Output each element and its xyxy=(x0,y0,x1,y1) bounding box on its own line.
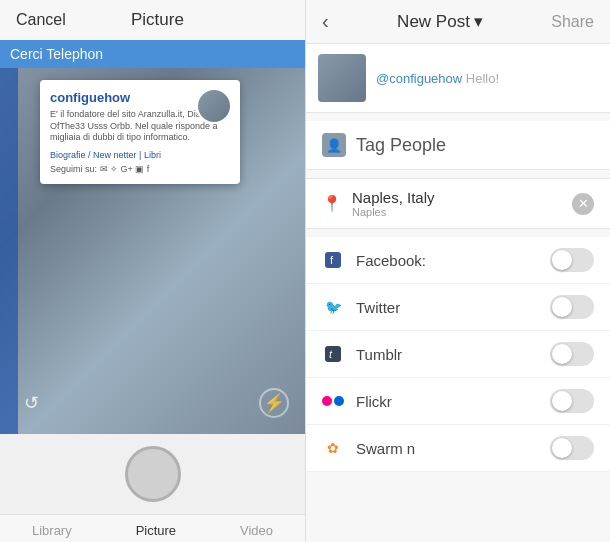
social-item-twitter: 🐦 Twitter xyxy=(306,284,610,331)
location-clear-button[interactable]: ✕ xyxy=(572,193,594,215)
tumblr-icon: t xyxy=(322,343,344,365)
search-text: Cerci Telephon xyxy=(10,46,103,62)
post-caption-hello: Hello! xyxy=(466,71,499,86)
location-row[interactable]: 📍 Naples, Italy Naples ✕ xyxy=(306,178,610,229)
twitter-label: Twitter xyxy=(356,299,538,316)
tag-people-label: Tag People xyxy=(356,135,446,156)
flickr-dot-pink xyxy=(322,396,332,406)
shutter-button[interactable] xyxy=(125,446,181,502)
side-banner xyxy=(0,68,18,434)
photo-preview: Cerci Telephon configuehow E' il fondato… xyxy=(0,40,305,434)
right-header: ‹ New Post ▾ Share xyxy=(306,0,610,44)
right-panel: ‹ New Post ▾ Share @configuehow Hello! 👤… xyxy=(305,0,610,542)
tab-video[interactable]: Video xyxy=(240,523,273,538)
share-button[interactable]: Share xyxy=(551,13,594,31)
flash-icon[interactable]: ⚡ xyxy=(259,388,289,418)
swarm-toggle[interactable] xyxy=(550,436,594,460)
header-title-text: New Post xyxy=(397,12,470,32)
post-caption: @configuehow Hello! xyxy=(376,71,499,86)
post-preview: @configuehow Hello! xyxy=(306,44,610,113)
location-pin-icon: 📍 xyxy=(322,194,342,213)
camera-controls xyxy=(0,434,305,514)
twitter-icon: 🐦 xyxy=(322,296,344,318)
tag-people-section: 👤 Tag People xyxy=(306,121,610,170)
blog-card-social: Seguimi su: ✉ ✧ G+ ▣ f xyxy=(50,164,230,174)
swarm-icon: ✿ xyxy=(322,437,344,459)
blog-card: configuehow E' il fondatore del sito Ara… xyxy=(40,80,240,184)
svg-rect-3 xyxy=(325,346,341,362)
blog-card-avatar xyxy=(196,88,232,124)
location-main: Naples, Italy xyxy=(352,189,562,206)
facebook-label: Facebook: xyxy=(356,252,538,269)
bottom-tabs: Library Picture Video xyxy=(0,514,305,542)
location-sub: Naples xyxy=(352,206,562,218)
location-text: Naples, Italy Naples xyxy=(352,189,562,218)
flickr-dot-blue xyxy=(334,396,344,406)
post-thumbnail xyxy=(318,54,366,102)
tumblr-toggle[interactable] xyxy=(550,342,594,366)
tag-person-icon: 👤 xyxy=(322,133,346,157)
blog-card-links: Biografie / New netter | Libri xyxy=(50,150,230,160)
social-item-swarm: ✿ Swarm n xyxy=(306,425,610,472)
facebook-toggle[interactable] xyxy=(550,248,594,272)
social-list: f Facebook: 🐦 Twitter t Tumblr xyxy=(306,237,610,472)
social-item-tumblr: t Tumblr xyxy=(306,331,610,378)
flickr-label: Flickr xyxy=(356,393,538,410)
chevron-down-icon[interactable]: ▾ xyxy=(474,11,483,32)
svg-text:🐦: 🐦 xyxy=(325,299,341,315)
tab-library[interactable]: Library xyxy=(32,523,72,538)
social-item-facebook: f Facebook: xyxy=(306,237,610,284)
back-button[interactable]: ‹ xyxy=(322,10,329,33)
social-item-flickr: Flickr xyxy=(306,378,610,425)
post-handle: @configuehow xyxy=(376,71,462,86)
rotate-icon[interactable]: ↺ xyxy=(16,388,46,418)
left-header: Cancel Picture xyxy=(0,0,305,40)
flickr-toggle[interactable] xyxy=(550,389,594,413)
tab-picture[interactable]: Picture xyxy=(136,523,176,538)
twitter-toggle[interactable] xyxy=(550,295,594,319)
camera-viewfinder: Cerci Telephon configuehow E' il fondato… xyxy=(0,40,305,434)
search-bar: Cerci Telephon xyxy=(0,40,305,68)
tumblr-label: Tumblr xyxy=(356,346,538,363)
left-panel: Cancel Picture Cerci Telephon configueho… xyxy=(0,0,305,542)
cancel-button[interactable]: Cancel xyxy=(16,11,66,29)
tag-people-header: 👤 Tag People xyxy=(322,133,594,157)
facebook-icon: f xyxy=(322,249,344,271)
flickr-icon xyxy=(322,396,344,406)
swarm-label: Swarm n xyxy=(356,440,538,457)
left-panel-title: Picture xyxy=(131,10,184,30)
right-panel-title: New Post ▾ xyxy=(397,11,483,32)
